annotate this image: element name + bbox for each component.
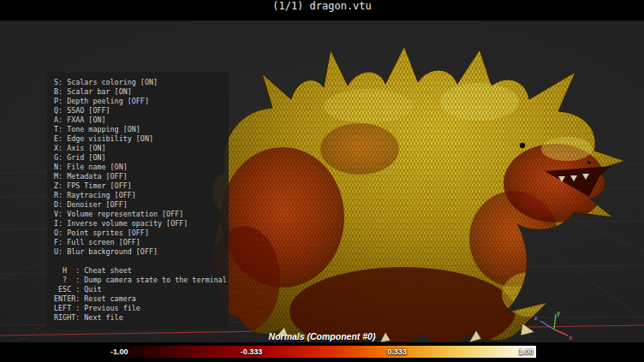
axis-z-line — [540, 321, 554, 329]
axis-x-label: x — [569, 334, 573, 341]
viewer-window: (1/1) dragon.vtu — [0, 0, 644, 362]
dragon-model — [201, 29, 638, 342]
axis-z-label: z — [534, 314, 538, 322]
cheatsheet-action-line: ESC : Quit — [54, 285, 222, 294]
cheatsheet-action-line: H : Cheat sheet — [54, 266, 222, 276]
cheatsheet-overlay: S: Scalars coloring [ON]B: Scalar bar [O… — [47, 72, 229, 329]
dragon-nostril — [587, 161, 591, 164]
cheatsheet-toggle-line: O: Point sprites [OFF] — [54, 228, 222, 238]
viewport-3d[interactable]: S: Scalars coloring [ON]B: Scalar bar [O… — [0, 21, 644, 342]
cheatsheet-toggle-line: S: Scalars coloring [ON] — [54, 78, 222, 87]
cheatsheet-toggle-line: Q: SSAO [OFF] — [54, 106, 222, 116]
scalar-bar-gradient: -1.00-0.3330.3331.00 — [108, 346, 536, 358]
cheatsheet-toggle-line: M: Metadata [OFF] — [54, 172, 222, 181]
cheatsheet-actions: H : Cheat sheet ? : Dump camera state to… — [54, 266, 222, 323]
scalar-bar-tick: 0.333 — [387, 347, 407, 356]
file-title: (1/1) dragon.vtu — [0, 0, 644, 12]
scalar-bar: Normals (Component #0) -1.00-0.3330.3331… — [108, 331, 536, 358]
cheatsheet-toggle-line: U: Blur background [OFF] — [54, 247, 222, 257]
scalar-bar-title: Normals (Component #0) — [108, 331, 536, 341]
cheatsheet-toggle-line: R: Raytracing [OFF] — [54, 191, 222, 200]
cheatsheet-toggle-line: I: Inverse volume opacity [OFF] — [54, 219, 222, 228]
cheatsheet-toggle-line: N: File name [ON] — [54, 163, 222, 172]
axis-x-line — [554, 329, 568, 335]
axes-widget[interactable]: y x z — [533, 310, 574, 346]
cheatsheet-toggle-line: X: Axis [ON] — [54, 144, 222, 153]
cheatsheet-action-line: ENTER: Reset camera — [54, 294, 222, 304]
cheatsheet-toggle-line: F: Full screen [OFF] — [54, 238, 222, 247]
cheatsheet-toggle-line: D: Denoiser [OFF] — [54, 200, 222, 210]
cheatsheet-toggle-line: Z: FPS Timer [OFF] — [54, 181, 222, 191]
cheatsheet-action-line: RIGHT: Next file — [54, 313, 222, 323]
scalar-bar-tick: -1.00 — [110, 347, 128, 356]
top-bar: (1/1) dragon.vtu — [0, 0, 644, 21]
cheatsheet-toggle-line: T: Tone mapping [ON] — [54, 125, 222, 134]
scalar-bar-tick: -0.333 — [241, 347, 263, 356]
dragon-eye — [520, 143, 525, 148]
cheatsheet-toggle-line: V: Volume representation [OFF] — [54, 210, 222, 219]
cheatsheet-gap — [54, 257, 222, 266]
axis-y-label: y — [557, 310, 561, 317]
scalar-bar-tick: 1.00 — [518, 347, 534, 356]
cheatsheet-toggle-line: A: FXAA [ON] — [54, 116, 222, 125]
cheatsheet-toggles: S: Scalars coloring [ON]B: Scalar bar [O… — [54, 78, 222, 257]
cheatsheet-action-line: LEFT : Previous file — [54, 304, 222, 313]
axis-y-line — [554, 314, 556, 329]
cheatsheet-action-line: ? : Dump camera state to the terminal — [54, 276, 222, 285]
cheatsheet-toggle-line: E: Edge visibility [ON] — [54, 134, 222, 144]
cheatsheet-toggle-line: B: Scalar bar [ON] — [54, 87, 222, 97]
cheatsheet-toggle-line: P: Depth peeling [OFF] — [54, 97, 222, 106]
cheatsheet-toggle-line: G: Grid [ON] — [54, 153, 222, 163]
